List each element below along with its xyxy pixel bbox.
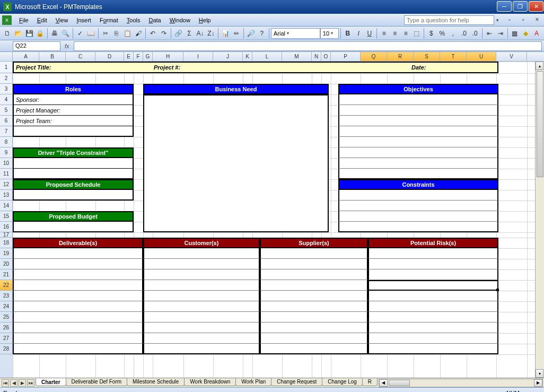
row-header[interactable]: 17	[0, 232, 13, 238]
fx-icon[interactable]: fx	[65, 43, 69, 49]
table-cell[interactable]	[13, 344, 143, 354]
table-cell[interactable]	[13, 301, 143, 312]
menu-window[interactable]: Window	[165, 15, 195, 25]
table-cell[interactable]	[143, 269, 260, 280]
tab-first-icon[interactable]: ⏮	[2, 379, 9, 387]
row-header[interactable]: 27	[0, 333, 13, 344]
column-header[interactable]: N	[312, 52, 321, 61]
row-header[interactable]: 4	[0, 94, 13, 105]
schedule-row[interactable]	[13, 190, 134, 201]
fill-color-icon[interactable]: ◆	[521, 28, 531, 39]
increase-indent-icon[interactable]: ⇥	[495, 28, 505, 39]
row-header[interactable]: 13	[0, 190, 13, 201]
workbook-restore-button[interactable]: ▫	[519, 16, 528, 24]
scroll-right-icon[interactable]: ▶	[534, 379, 542, 387]
maximize-button[interactable]: ❐	[513, 1, 528, 12]
select-all-corner[interactable]	[0, 52, 13, 61]
menu-help[interactable]: Help	[195, 15, 215, 25]
research-icon[interactable]: 📖	[86, 28, 96, 39]
help-icon[interactable]: ?	[257, 28, 267, 39]
table-cell[interactable]	[13, 333, 143, 344]
row-header[interactable]: 12	[0, 179, 13, 190]
row-header[interactable]: 16	[0, 222, 13, 232]
table-cell[interactable]	[143, 248, 260, 259]
table-cell[interactable]	[13, 323, 143, 333]
row-header[interactable]: 28	[0, 344, 13, 354]
currency-icon[interactable]: $	[426, 28, 436, 39]
row-header[interactable]: 3	[0, 84, 13, 94]
objectives-row[interactable]	[338, 105, 498, 116]
table-cell[interactable]	[260, 333, 368, 344]
app-icon[interactable]: X	[2, 15, 12, 25]
objectives-row[interactable]	[338, 137, 498, 147]
table-cell[interactable]	[13, 280, 143, 291]
permission-icon[interactable]: 🔒	[36, 28, 46, 39]
row-header[interactable]: 25	[0, 312, 13, 323]
row-header[interactable]: 7	[0, 126, 13, 137]
column-header[interactable]: F	[134, 52, 143, 61]
sort-desc-icon[interactable]: Z↓	[206, 28, 216, 39]
table-cell[interactable]	[260, 301, 368, 312]
column-header[interactable]: E	[124, 52, 134, 61]
table-cell[interactable]	[143, 323, 260, 333]
name-box[interactable]: Q22	[13, 41, 60, 51]
menu-tools[interactable]: Tools	[122, 15, 145, 25]
table-cell[interactable]	[143, 259, 260, 269]
table-cell[interactable]	[368, 344, 498, 354]
sheet-tab[interactable]: Change Log	[322, 378, 363, 386]
table-cell[interactable]	[260, 291, 368, 301]
column-header[interactable]: P	[331, 52, 361, 61]
column-header[interactable]: S	[414, 52, 440, 61]
table-cell[interactable]	[13, 259, 143, 269]
minimize-button[interactable]: ─	[497, 1, 512, 12]
sort-asc-icon[interactable]: A↓	[195, 28, 205, 39]
help-dropdown-icon[interactable]: ▾	[496, 18, 503, 23]
sheet-tab[interactable]: Change Request	[271, 378, 322, 386]
sheet-tab[interactable]: Work Breakdown	[184, 378, 236, 386]
align-left-icon[interactable]: ≡	[379, 28, 389, 39]
table-cell[interactable]	[260, 312, 368, 323]
scroll-thumb[interactable]	[537, 71, 543, 177]
print-icon[interactable]: 🖶	[50, 28, 60, 39]
table-cell[interactable]	[143, 291, 260, 301]
vertical-scrollbar[interactable]: ▴ ▾	[535, 62, 544, 378]
row-header[interactable]: 22	[0, 280, 13, 291]
table-cell[interactable]	[368, 323, 498, 333]
menu-file[interactable]: File	[15, 15, 33, 25]
zoom-icon[interactable]: 🔎	[246, 28, 256, 39]
percent-icon[interactable]: %	[437, 28, 448, 39]
scroll-up-icon[interactable]: ▴	[536, 62, 543, 70]
row-header[interactable]: 9	[0, 147, 13, 158]
increase-decimal-icon[interactable]: .0	[459, 28, 469, 39]
row-header[interactable]: 18	[0, 238, 13, 248]
table-cell[interactable]	[368, 333, 498, 344]
table-cell[interactable]	[368, 248, 498, 259]
save-icon[interactable]: 💾	[24, 28, 34, 39]
menu-insert[interactable]: Insert	[72, 15, 95, 25]
workbook-minimize-button[interactable]: -	[505, 16, 514, 24]
active-cell[interactable]	[368, 280, 498, 291]
formula-input[interactable]	[74, 41, 542, 51]
row-header[interactable]: 15	[0, 211, 13, 222]
workbook-close-button[interactable]: ×	[532, 16, 542, 24]
constraints-row[interactable]	[338, 201, 498, 211]
business-need-box[interactable]	[143, 94, 329, 232]
decrease-decimal-icon[interactable]: .0	[470, 28, 480, 39]
menu-view[interactable]: View	[51, 15, 73, 25]
close-button[interactable]: ✕	[529, 1, 543, 12]
format-painter-icon[interactable]: 🖌	[134, 28, 144, 39]
column-header[interactable]: B	[39, 52, 66, 61]
sheet-tab[interactable]: Milestone Schedule	[127, 378, 185, 386]
hscroll-thumb[interactable]	[389, 380, 410, 386]
table-cell[interactable]	[13, 269, 143, 280]
cells-area[interactable]: Project Title: Project #: Date: Roles Sp…	[13, 62, 544, 378]
column-header[interactable]: Q	[361, 52, 387, 61]
tab-prev-icon[interactable]: ◀	[10, 379, 17, 387]
align-center-icon[interactable]: ≡	[390, 28, 400, 39]
row-header[interactable]: 26	[0, 323, 13, 333]
scroll-down-icon[interactable]: ▾	[536, 369, 543, 378]
row-header[interactable]: 2	[0, 73, 13, 84]
decrease-indent-icon[interactable]: ⇤	[485, 28, 495, 39]
open-icon[interactable]: 📂	[14, 28, 24, 39]
table-cell[interactable]	[13, 248, 143, 259]
